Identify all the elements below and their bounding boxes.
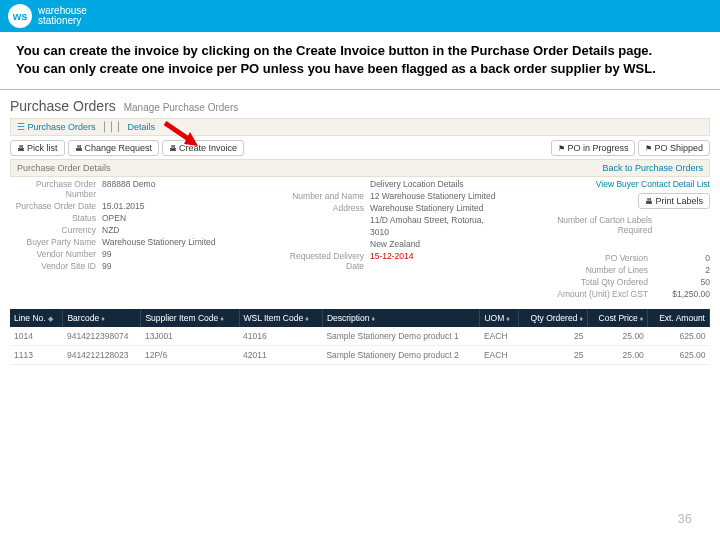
table-row[interactable]: 1014941421239807413J00141016Sample Stati…: [10, 327, 710, 346]
print-labels-button[interactable]: 🖶Print Labels: [638, 193, 710, 209]
flag-icon: ⚑: [558, 144, 565, 153]
page-number: 36: [678, 511, 692, 526]
col-ext[interactable]: Ext. Amount: [648, 309, 710, 327]
divider: [0, 89, 720, 90]
col-cost[interactable]: Cost Price♦: [587, 309, 647, 327]
line-items-table: Line No.◆ Barcode♦ Supplier Item Code♦ W…: [10, 309, 710, 365]
col-description[interactable]: Description♦: [322, 309, 480, 327]
print-icon: 🖶: [169, 144, 177, 153]
col-qty[interactable]: Qty Ordered♦: [519, 309, 588, 327]
po-in-progress-button[interactable]: ⚑PO in Progress: [551, 140, 635, 156]
change-request-button[interactable]: 🖶Change Request: [68, 140, 160, 156]
col-uom[interactable]: UOM♦: [480, 309, 519, 327]
action-toolbar: 🖶Pick list 🖶Change Request 🖶Create Invoi…: [10, 140, 710, 156]
print-icon: 🖶: [17, 144, 25, 153]
col-line[interactable]: Line No.◆: [10, 309, 63, 327]
view-contact-link[interactable]: View Buyer Contact Detail List: [530, 179, 710, 189]
brand-topbar: ws warehouse stationery: [0, 0, 720, 32]
details-body: Purchase Order Number888888 Demo Purchas…: [10, 179, 710, 301]
page-title: Purchase Orders Manage Purchase Orders: [10, 94, 710, 118]
breadcrumb: ☰ Purchase Orders ⎪⎪⎪ Details: [10, 118, 710, 136]
col-wsl-code[interactable]: WSL Item Code♦: [239, 309, 322, 327]
brand-name: warehouse stationery: [38, 6, 87, 26]
create-invoice-button[interactable]: 🖶Create Invoice: [162, 140, 244, 156]
brand-logo: ws: [8, 4, 32, 28]
breadcrumb-item: Details: [128, 122, 156, 132]
details-header: Purchase Order Details Back to Purchase …: [10, 159, 710, 177]
print-icon: 🖶: [645, 197, 653, 206]
col-supplier-code[interactable]: Supplier Item Code♦: [141, 309, 239, 327]
instruction-text: You can create the invoice by clicking o…: [0, 32, 720, 87]
pick-list-button[interactable]: 🖶Pick list: [10, 140, 65, 156]
back-link[interactable]: Back to Purchase Orders: [602, 163, 703, 173]
list-icon: ☰: [17, 122, 25, 132]
table-row[interactable]: 1113941421212802312P/642011Sample Statio…: [10, 346, 710, 365]
col-barcode[interactable]: Barcode♦: [63, 309, 141, 327]
breadcrumb-item[interactable]: Purchase Orders: [28, 122, 96, 132]
po-shipped-button[interactable]: ⚑PO Shipped: [638, 140, 710, 156]
print-icon: 🖶: [75, 144, 83, 153]
flag-icon: ⚑: [645, 144, 652, 153]
